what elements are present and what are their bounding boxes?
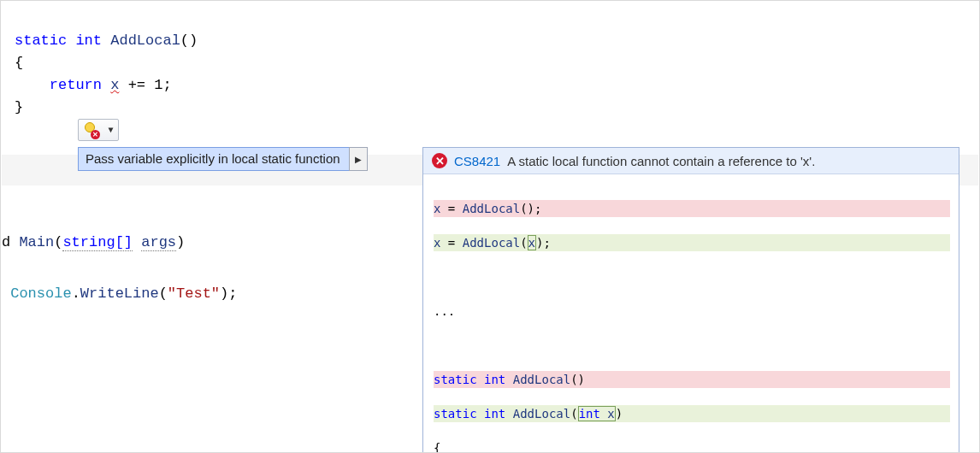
chevron-down-icon: ▼ (108, 126, 113, 135)
tok-sp (505, 373, 512, 386)
lightbulb-error-icon: ✕ (83, 122, 98, 138)
frag-d: d (2, 234, 10, 250)
tok-eq: = (440, 202, 462, 215)
tok-addlocal: AddLocal (463, 236, 520, 250)
tok-sp (505, 407, 512, 421)
code-editor-lower[interactable]: d Main(string[] args) Console.WriteLine(… (1, 204, 237, 307)
brace-open: { (15, 55, 23, 71)
semicolon: ; (162, 77, 171, 93)
paren-close: ) (176, 234, 185, 250)
diff-deleted-line: x = AddLocal(); (434, 200, 950, 217)
method-name: AddLocal (110, 32, 180, 49)
diff-deleted-line: static int AddLocal() (434, 371, 950, 388)
string-literal: "Test" (168, 285, 220, 302)
method-main: Main (19, 234, 54, 250)
tok-arg-x: x (528, 235, 536, 250)
quick-action-item[interactable]: Pass variable explicitly in local static… (78, 147, 368, 171)
diff-brace: { (434, 439, 950, 453)
paren-open: ( (54, 234, 62, 250)
brace-close: } (15, 99, 23, 115)
tok-addlocal: AddLocal (513, 407, 570, 421)
paren-open-2: ( (159, 285, 168, 302)
diff-gap (434, 268, 950, 285)
tok-paren: () (570, 373, 585, 386)
tok-addlocal: AddLocal (513, 373, 570, 386)
tok-close: ) (616, 407, 623, 421)
keyword-return: return (50, 77, 102, 93)
quick-action-label: Pass variable explicitly in local static… (78, 147, 350, 171)
quick-action-flyout-button[interactable]: ▶ (349, 147, 368, 171)
keyword-int: int (75, 32, 102, 49)
error-code-link[interactable]: CS8421 (454, 154, 500, 168)
error-message: A static local function cannot contain a… (507, 154, 815, 168)
diff-added-line: x = AddLocal(x); (434, 234, 950, 251)
tok-x: x (607, 407, 614, 421)
paren-close-2: ); (220, 285, 237, 302)
tok-addlocal: AddLocal (463, 202, 520, 215)
diff-gap (434, 337, 950, 354)
tok-static: static (434, 373, 477, 386)
variable-x: x (110, 77, 119, 93)
diff-ellipsis: ... (434, 303, 950, 320)
parens: () (180, 32, 198, 49)
diff-view: x = AddLocal(); x = AddLocal(x); ... sta… (423, 174, 959, 453)
tok-sp (477, 373, 484, 386)
tok-close: ); (536, 236, 551, 250)
tok-open: ( (520, 236, 527, 250)
code-editor[interactable]: static int AddLocal() { return x += 1; } (1, 1, 979, 119)
tok-static: static (434, 407, 477, 421)
tok-open: ( (570, 407, 577, 421)
type-console: Console (10, 285, 71, 302)
keyword-static: static (15, 32, 67, 49)
chevron-right-icon: ▶ (355, 155, 362, 164)
dot: . (72, 285, 80, 302)
type-string-array: string[] (62, 234, 133, 251)
tok-int: int (484, 407, 505, 421)
tok-int: int (579, 407, 600, 421)
lightbulb-button[interactable]: ✕ ▼ (78, 119, 119, 141)
code-fix-preview-panel: ✕ CS8421 A static local function cannot … (422, 147, 959, 453)
param-args: args (141, 234, 176, 251)
tok-new-param: int x (578, 406, 616, 421)
diff-added-line: static int AddLocal(int x) (434, 405, 950, 422)
tok-eq: = (440, 236, 462, 250)
method-writeline: WriteLine (80, 285, 159, 302)
tok-sp (477, 407, 484, 421)
error-header: ✕ CS8421 A static local function cannot … (423, 148, 959, 174)
op-plus-eq: += (128, 77, 145, 93)
num-1: 1 (154, 77, 162, 93)
tok-int: int (484, 373, 505, 386)
tok-call: (); (520, 202, 541, 215)
error-icon: ✕ (432, 153, 447, 168)
